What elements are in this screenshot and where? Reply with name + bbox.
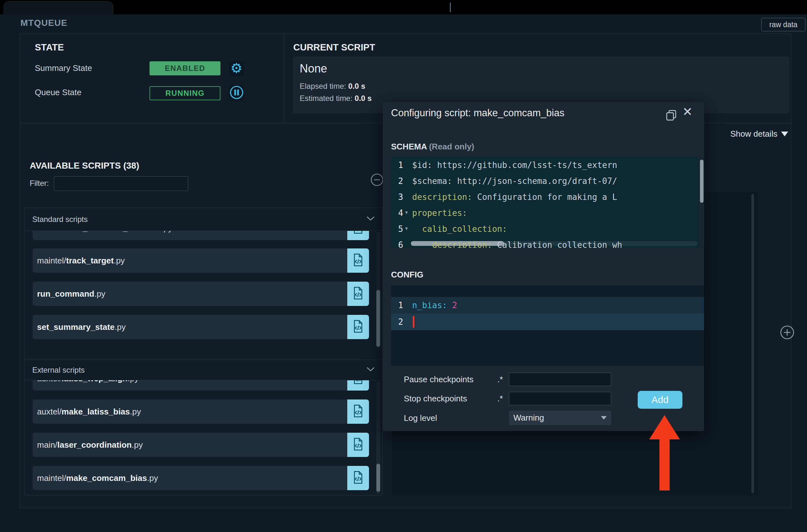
show-details-label: Show details: [730, 129, 777, 139]
stop-checkpoints-input[interactable]: [509, 392, 611, 405]
copy-icon: [665, 117, 677, 122]
line-number: 4: [391, 205, 403, 221]
line-number: 3: [391, 189, 403, 205]
script-file-icon: [352, 286, 364, 302]
script-row[interactable]: run_command.py: [33, 282, 369, 306]
script-name: main/laser_coordination.py: [33, 433, 347, 457]
copy-config-button[interactable]: [665, 109, 677, 122]
expand-panel-button[interactable]: [780, 325, 795, 341]
arrow-shaft: [659, 439, 670, 491]
code-line: 2$schema: http://json-schema.org/draft-0…: [391, 173, 699, 189]
scrollbar-thumb[interactable]: [376, 290, 380, 347]
pause-queue-button[interactable]: [229, 84, 244, 101]
show-details-toggle[interactable]: Show details: [730, 129, 788, 139]
code-text: description: Calibration collection wh: [412, 237, 622, 248]
launch-script-button[interactable]: [347, 433, 369, 457]
script-name: maintel/take_stuttered_comcam.py: [33, 231, 347, 240]
elapsed-time: Elapsed time: 0.0 s: [300, 82, 365, 91]
state-divider: [284, 33, 284, 123]
fold-caret-icon[interactable]: ▾: [405, 204, 408, 220]
queue-state-label: Queue State: [35, 88, 81, 97]
code-line: 5▾ calib_collection:: [391, 221, 699, 237]
config-heading: CONFIG: [391, 270, 423, 280]
script-row[interactable]: maintel/make_comcam_bias.py: [33, 466, 369, 490]
available-scripts-list: Standard scripts maintel/take_stuttered_…: [24, 208, 383, 496]
config-editor[interactable]: 1n_bias: 22: [391, 285, 704, 366]
schema-editor: 1$id: https://github.com/lsst-ts/ts_exte…: [391, 156, 699, 248]
group-label: Standard scripts: [32, 215, 88, 224]
group-header-external[interactable]: External scripts: [24, 360, 382, 380]
code-text: properties:: [412, 205, 467, 221]
script-name: set_summary_state.py: [33, 315, 347, 339]
script-name: maintel/make_comcam_bias.py: [33, 466, 347, 490]
current-script-name: None: [300, 62, 327, 75]
filter-input[interactable]: [54, 176, 188, 191]
launch-script-button[interactable]: [347, 248, 369, 273]
script-row[interactable]: auxtel/make_latiss_bias.py: [33, 399, 369, 424]
minus-circle-icon: [370, 183, 384, 188]
line-number: 1: [391, 297, 403, 314]
script-row[interactable]: maintel/track_target.py: [33, 248, 369, 273]
code-text: description: Configuration for making a …: [412, 189, 617, 205]
launch-script-button[interactable]: [347, 231, 369, 240]
launch-script-button[interactable]: [347, 282, 369, 306]
text-cursor: [413, 316, 414, 328]
dropdown-chevron-icon: [601, 416, 607, 420]
configure-script-modal: Configuring script: make_comcam_bias ✕ S…: [383, 102, 704, 431]
script-file-icon: [352, 470, 364, 486]
script-file-icon: [352, 319, 364, 335]
code-text: n_bias: 2: [412, 297, 457, 314]
log-level-label: Log level: [404, 413, 503, 423]
screen: MTQUEUE raw data STATE Summary State ENA…: [0, 0, 807, 532]
pause-checkpoints-label: Pause checkpoints .*: [404, 375, 503, 384]
estimated-time: Estimated time: 0.0 s: [300, 94, 372, 103]
group-label: External scripts: [32, 366, 85, 375]
close-icon[interactable]: ✕: [682, 105, 693, 119]
launch-script-button[interactable]: [347, 466, 369, 490]
url-caret: [450, 3, 451, 12]
stop-checkpoints-label: Stop checkpoints .*: [404, 394, 503, 404]
external-scripts-viewport: auxtel/latiss_wep_align.pyauxtel/make_la…: [24, 380, 382, 496]
arrow-head: [649, 415, 680, 439]
chevron-down-icon: [367, 216, 375, 222]
script-file-icon: [352, 404, 364, 420]
script-name: maintel/track_target.py: [33, 248, 347, 273]
panel-title: MTQUEUE: [20, 18, 68, 28]
log-level-select[interactable]: Warning: [509, 411, 611, 425]
schema-vscroll-track: [700, 157, 703, 247]
launch-script-button[interactable]: [347, 315, 369, 339]
script-row[interactable]: main/laser_coordination.py: [33, 433, 369, 457]
group-header-standard[interactable]: Standard scripts: [24, 208, 382, 231]
chevron-down-icon: [367, 367, 375, 373]
pause-checkpoints-input[interactable]: [509, 373, 611, 386]
code-line: 3description: Configuration for making a…: [391, 189, 699, 205]
script-row[interactable]: auxtel/latiss_wep_align.py: [33, 380, 369, 391]
script-row[interactable]: maintel/take_stuttered_comcam.py: [33, 231, 369, 240]
script-name: auxtel/make_latiss_bias.py: [33, 399, 347, 424]
log-level-value: Warning: [513, 413, 544, 423]
browser-strip: [0, 0, 807, 14]
collapse-queue-button[interactable]: [370, 173, 384, 188]
launch-script-button[interactable]: [347, 399, 369, 424]
line-number: 2: [391, 173, 403, 189]
plus-circle-icon: [780, 336, 795, 341]
line-number: 1: [391, 157, 403, 173]
gear-icon: ⚙: [230, 62, 243, 75]
line-number: 6: [391, 237, 403, 248]
queue-scrollbar[interactable]: [751, 194, 754, 493]
scrollbar-thumb[interactable]: [376, 464, 380, 492]
add-button[interactable]: Add: [638, 391, 682, 409]
schema-readonly-label: (Read only): [429, 142, 474, 151]
browser-tab[interactable]: [4, 1, 113, 14]
schema-vscroll-thumb[interactable]: [700, 160, 703, 203]
summary-state-badge: ENABLED: [150, 61, 221, 75]
code-line: 1n_bias: 2: [391, 297, 704, 314]
script-row[interactable]: set_summary_state.py: [33, 315, 369, 339]
fold-caret-icon[interactable]: ▾: [405, 220, 408, 236]
modal-title: Configuring script: make_comcam_bias: [391, 107, 564, 119]
raw-data-button[interactable]: raw data: [761, 18, 805, 31]
script-file-icon: [352, 231, 364, 236]
summary-state-settings-button[interactable]: ⚙: [229, 60, 244, 76]
filter-label: Filter:: [30, 179, 49, 188]
launch-script-button[interactable]: [347, 380, 369, 391]
